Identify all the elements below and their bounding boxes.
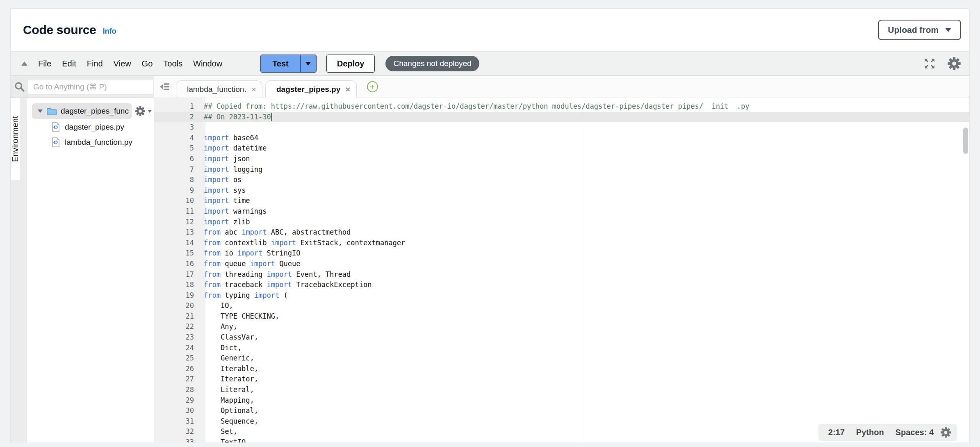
code-editor[interactable]: 1## Copied from: https://raw.githubuserc… xyxy=(154,98,969,442)
line-number: 19 xyxy=(154,290,200,301)
code-line[interactable]: 15from io import StringIO xyxy=(154,248,969,259)
line-content: import sys xyxy=(200,185,246,196)
code-line[interactable]: 28 Literal, xyxy=(154,385,969,395)
goto-anything-input[interactable] xyxy=(28,79,153,95)
code-line[interactable]: 2## On 2023-11-30 xyxy=(154,112,969,123)
test-dropdown-button[interactable] xyxy=(301,55,316,72)
editor-tab-dagster_pipes.py[interactable]: dagster_pipes.py× xyxy=(265,80,357,98)
menu-tools[interactable]: Tools xyxy=(158,59,188,68)
code-line[interactable]: 14from contextlib import ExitStack, cont… xyxy=(154,238,969,249)
code-line[interactable]: 26 Iterable, xyxy=(154,364,969,374)
menu-view[interactable]: View xyxy=(108,59,137,68)
text-cursor xyxy=(271,113,272,121)
code-line[interactable]: 29 Mapping, xyxy=(154,395,969,406)
line-number: 17 xyxy=(154,269,200,280)
line-content: ## Copied from: https://raw.githubuserco… xyxy=(200,101,750,112)
tab-close-icon[interactable]: × xyxy=(251,85,256,94)
code-line[interactable]: 21 TYPE_CHECKING, xyxy=(154,311,969,322)
tab-environment[interactable]: Environment xyxy=(11,98,20,180)
code-file-icon xyxy=(52,122,60,132)
upload-from-button[interactable]: Upload from xyxy=(878,20,961,40)
menu-file[interactable]: File xyxy=(33,59,57,68)
code-line[interactable]: 25 Generic, xyxy=(154,353,969,364)
line-content: import warnings xyxy=(200,206,267,217)
line-number: 30 xyxy=(154,406,200,416)
tree-file-list: dagster_pipes.py lambda_function.py xyxy=(27,119,154,150)
code-line[interactable]: 7import logging xyxy=(154,164,969,175)
ide-main: Environment dagster_pipes_funct xyxy=(11,76,969,442)
collapse-up-icon xyxy=(21,62,27,66)
menu-edit[interactable]: Edit xyxy=(57,59,81,68)
line-number: 6 xyxy=(154,154,200,164)
code-line[interactable]: 9import sys xyxy=(154,185,969,196)
indentation-status[interactable]: Spaces: 4 xyxy=(890,428,939,437)
line-number: 28 xyxy=(154,385,200,395)
tree-folder-selected[interactable]: dagster_pipes_funct xyxy=(32,103,132,119)
deploy-button[interactable]: Deploy xyxy=(326,55,375,73)
line-content: from abc import ABC, abstractmethod xyxy=(200,227,351,238)
menu-window[interactable]: Window xyxy=(188,59,228,68)
folder-disclosure-icon[interactable] xyxy=(35,109,45,113)
file-name: dagster_pipes.py xyxy=(65,123,124,132)
cursor-position-status[interactable]: 2:17 xyxy=(823,428,850,437)
file-tree: dagster_pipes_funct xyxy=(27,98,154,442)
line-content: from typing import ( xyxy=(200,290,288,301)
language-mode-status[interactable]: Python xyxy=(850,428,890,437)
line-content: from threading import Event, Thread xyxy=(200,269,351,280)
code-line[interactable]: 20 IO, xyxy=(154,301,969,311)
tree-file-dagster_pipes.py[interactable]: dagster_pipes.py xyxy=(27,119,154,135)
code-line[interactable]: 12import zlib xyxy=(154,217,969,228)
test-button-label[interactable]: Test xyxy=(261,55,301,72)
code-line[interactable]: 10import time xyxy=(154,196,969,206)
tree-folder-row[interactable]: dagster_pipes_funct xyxy=(27,103,154,119)
code-line[interactable]: 16from queue import Queue xyxy=(154,259,969,269)
status-bar-gear-icon[interactable] xyxy=(940,427,951,438)
tab-list-icon[interactable] xyxy=(160,82,171,91)
chevron-down-icon xyxy=(305,62,311,66)
line-content: Optional, xyxy=(200,406,258,416)
code-line[interactable]: 30 Optional, xyxy=(154,406,969,416)
line-number: 25 xyxy=(154,353,200,364)
code-line[interactable]: 18from traceback import TracebackExcepti… xyxy=(154,280,969,290)
code-line[interactable]: 8import os xyxy=(154,175,969,185)
line-content: Any, xyxy=(200,322,237,332)
line-content: Set, xyxy=(200,426,237,437)
editor-tab-lambda_function[interactable]: lambda_function.× xyxy=(176,80,262,98)
fullscreen-icon[interactable] xyxy=(923,57,936,70)
code-line[interactable]: 1## Copied from: https://raw.githubuserc… xyxy=(154,101,969,112)
new-tab-button[interactable]: + xyxy=(367,81,378,92)
code-line[interactable]: 22 Any, xyxy=(154,322,969,332)
code-line[interactable]: 17from threading import Event, Thread xyxy=(154,269,969,280)
code-line[interactable]: 27 Iterator, xyxy=(154,374,969,385)
tab-close-icon[interactable]: × xyxy=(345,85,350,94)
settings-gear-icon[interactable] xyxy=(947,57,961,71)
code-line[interactable]: 11import warnings xyxy=(154,206,969,217)
info-link[interactable]: Info xyxy=(103,27,116,36)
deploy-button-label: Deploy xyxy=(337,59,365,68)
collapse-panel-button[interactable] xyxy=(16,62,33,66)
vertical-scrollbar-thumb[interactable] xyxy=(963,128,968,154)
code-line[interactable]: 13from abc import ABC, abstractmethod xyxy=(154,227,969,238)
folder-settings-gear-icon[interactable] xyxy=(135,106,152,116)
line-number: 24 xyxy=(154,343,200,353)
menu-go[interactable]: Go xyxy=(137,59,158,68)
code-line[interactable]: 5import datetime xyxy=(154,143,969,154)
tree-file-lambda_function.py[interactable]: lambda_function.py xyxy=(27,135,154,150)
code-line[interactable]: 24 Dict, xyxy=(154,343,969,353)
menu-find[interactable]: Find xyxy=(82,59,108,68)
line-number: 8 xyxy=(154,175,200,185)
line-number: 4 xyxy=(154,133,200,144)
line-number: 18 xyxy=(154,280,200,290)
line-content: ClassVar, xyxy=(200,332,258,343)
code-line[interactable]: 23 ClassVar, xyxy=(154,332,969,343)
code-source-panel: Code source Info Upload from FileEditFin… xyxy=(10,8,970,442)
code-line[interactable]: 4import base64 xyxy=(154,133,969,144)
test-button[interactable]: Test xyxy=(260,55,317,73)
line-content: import base64 xyxy=(200,133,258,144)
line-content: ## On 2023-11-30 xyxy=(200,112,272,123)
code-line[interactable]: 19from typing import ( xyxy=(154,290,969,301)
tab-label: dagster_pipes.py xyxy=(276,85,340,94)
code-line[interactable]: 6import json xyxy=(154,154,969,164)
code-line[interactable]: 3 xyxy=(154,122,969,133)
sidebar: Environment dagster_pipes_funct xyxy=(11,76,154,442)
